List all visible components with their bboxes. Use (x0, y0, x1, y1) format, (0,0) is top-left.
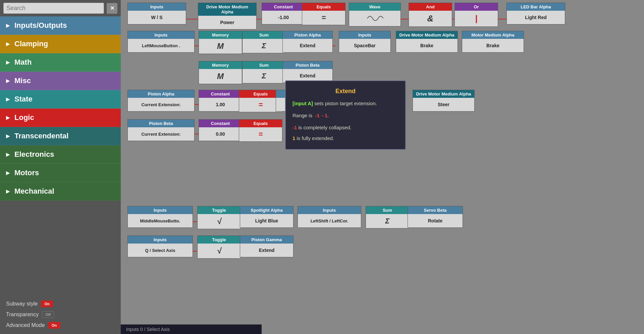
sidebar-item-logic[interactable]: ▶ Logic (0, 109, 121, 127)
node-constant-2-header: Constant (199, 90, 242, 98)
transparency-toggle-switch[interactable]: Off (42, 311, 54, 318)
search-clear-button[interactable]: ✕ (107, 3, 117, 14)
node-toggle-1[interactable]: Toggle √ (197, 206, 241, 229)
search-input[interactable] (3, 3, 104, 14)
sidebar-item-electronics[interactable]: ▶ Electronics (0, 145, 121, 164)
sidebar-item-label: Clamping (14, 40, 48, 48)
node-servo-beta-body: Rotate (408, 214, 463, 227)
node-inputs-7[interactable]: Inputs Q / Select Axis (127, 236, 193, 257)
node-inputs-6-header: Inputs (298, 206, 361, 214)
node-wave-1[interactable]: Wave (349, 3, 401, 26)
node-and-1[interactable]: And & (409, 3, 452, 27)
sidebar-item-label: Math (14, 58, 32, 67)
node-piston-gamma[interactable]: Piston Gamma Extend (240, 236, 293, 257)
node-led-1[interactable]: LED Bar Alpha Light Red (506, 3, 565, 24)
node-piston-beta-2[interactable]: Piston Beta Current Extension: (127, 119, 195, 141)
sidebar-item-clamping[interactable]: ▶ Clamping (0, 35, 121, 53)
subway-toggle-switch[interactable]: On (41, 300, 53, 307)
node-inputs-3[interactable]: Inputs SpaceBar (339, 31, 391, 53)
node-memory-2-header: Memory (199, 61, 242, 69)
node-sum-2-body: Σ (243, 69, 285, 83)
node-drive-motor-1-body: Power (198, 16, 256, 29)
node-inputs-3-body: SpaceBar (339, 39, 390, 52)
advanced-on-button[interactable]: On (48, 322, 60, 329)
node-inputs-6[interactable]: Inputs LeftShift / LeftCor. (298, 206, 361, 228)
node-inputs-5[interactable]: Inputs MiddleMouseButto. (127, 206, 193, 228)
node-drive-motor-3-body: Steer (413, 98, 474, 111)
node-inputs-2-header: Inputs (128, 31, 194, 39)
subway-style-label: Subway style (6, 301, 38, 307)
node-constant-2[interactable]: Constant 1.00 (199, 90, 242, 112)
node-or-1-header: Or (455, 3, 498, 11)
tooltip-one: 1 (292, 135, 295, 141)
node-wave-1-body (349, 11, 400, 26)
sidebar-item-motors[interactable]: ▶ Motors (0, 164, 121, 182)
node-equals-3[interactable]: Equals = (239, 119, 282, 142)
node-sum-3[interactable]: Sum Σ (366, 206, 409, 228)
subway-on-button[interactable]: On (41, 300, 53, 307)
arrow-icon: ▶ (6, 115, 10, 120)
node-sum-1[interactable]: Sum Σ (242, 31, 286, 53)
node-spotlight-alpha[interactable]: Spotlight Alpha Light Blue (240, 206, 293, 228)
node-servo-beta[interactable]: Servo Beta Rotate (408, 206, 463, 228)
node-piston-alpha-2-header: Piston Alpha (128, 90, 194, 98)
arrow-icon: ▶ (6, 189, 10, 194)
node-toggle-2[interactable]: Toggle √ (197, 236, 241, 259)
node-drive-motor-1[interactable]: Drive Motor Medium Alpha Power (198, 3, 257, 29)
sidebar-footer: Subway style On Transparency Off Advance… (0, 295, 121, 334)
node-piston-alpha-2-body: Current Extension: (128, 98, 194, 111)
node-piston-alpha-1[interactable]: Piston Alpha Extend (282, 31, 333, 53)
sidebar-item-math[interactable]: ▶ Math (0, 53, 121, 72)
node-motor-medium-1[interactable]: Motor Medium Alpha Brake (462, 31, 524, 53)
sidebar: ✕ ▶ Inputs/Outputs ▶ Clamping ▶ Math ▶ M… (0, 0, 121, 334)
advanced-mode-label: Advanced Mode (6, 322, 45, 328)
subway-style-toggle-row: Subway style On (6, 300, 115, 307)
node-sum-3-body: Σ (366, 214, 409, 228)
node-led-1-header: LED Bar Alpha (507, 3, 565, 11)
node-piston-alpha-1-body: Extend (283, 39, 332, 52)
sidebar-item-state[interactable]: ▶ State (0, 90, 121, 109)
sidebar-item-label: Electronics (14, 150, 54, 159)
node-constant-1[interactable]: Constant -1.00 (262, 3, 305, 24)
main-canvas[interactable]: Inputs W / S Drive Motor Medium Alpha Po… (121, 0, 644, 334)
node-constant-1-header: Constant (262, 3, 305, 11)
node-servo-beta-header: Servo Beta (408, 206, 463, 214)
sidebar-item-transcendental[interactable]: ▶ Transcendental (0, 127, 121, 145)
transparency-toggle-row: Transparency Off (6, 311, 115, 318)
sidebar-item-label: Transcendental (14, 132, 68, 140)
arrow-icon: ▶ (6, 96, 10, 102)
node-sum-1-header: Sum (243, 31, 285, 39)
node-piston-alpha-1-header: Piston Alpha (283, 31, 332, 39)
node-inputs-2-body: LeftMouseButton . (128, 39, 194, 52)
node-inputs-2[interactable]: Inputs LeftMouseButton . (127, 31, 195, 53)
node-constant-3-header: Constant (199, 120, 242, 127)
node-or-1[interactable]: Or | (454, 3, 498, 27)
node-inputs-1-header: Inputs (128, 3, 186, 11)
sidebar-item-mechanical[interactable]: ▶ Mechanical (0, 182, 121, 201)
node-inputs-1[interactable]: Inputs W / S (127, 3, 186, 24)
node-drive-motor-3[interactable]: Drive Motor Medium Alpha Steer (413, 90, 475, 112)
node-memory-1[interactable]: Memory M (199, 31, 242, 54)
tooltip-arrow: -1→1 (315, 113, 328, 118)
transparency-off-button[interactable]: Off (42, 311, 54, 318)
node-equals-1[interactable]: Equals = (302, 3, 345, 25)
transparency-label: Transparency (6, 312, 39, 318)
node-sum-2-header: Sum (243, 61, 285, 69)
node-drive-motor-2-header: Drive Motor Medium Alpha (396, 31, 458, 39)
node-piston-beta-1[interactable]: Piston Beta Extend (282, 61, 333, 83)
node-sum-2[interactable]: Sum Σ (242, 61, 286, 83)
node-drive-motor-2[interactable]: Drive Motor Medium Alpha Brake (396, 31, 458, 53)
sidebar-item-misc[interactable]: ▶ Misc (0, 72, 121, 90)
tooltip-desc-1-rest: sets piston target extension. (314, 101, 377, 106)
node-memory-2[interactable]: Memory M (199, 61, 242, 84)
node-led-1-body: Light Red (507, 11, 565, 24)
arrow-icon: ▶ (6, 170, 10, 176)
advanced-toggle-switch[interactable]: On (48, 322, 60, 329)
node-toggle-1-header: Toggle (198, 206, 240, 214)
sidebar-item-inputs-outputs[interactable]: ▶ Inputs/Outputs (0, 16, 121, 35)
node-constant-3[interactable]: Constant 0.00 (199, 119, 242, 141)
node-sum-1-body: Σ (243, 39, 285, 53)
node-sum-3-header: Sum (366, 206, 409, 214)
tooltip-bracket: [input A] (292, 101, 313, 106)
node-piston-alpha-2[interactable]: Piston Alpha Current Extension: (127, 90, 195, 112)
